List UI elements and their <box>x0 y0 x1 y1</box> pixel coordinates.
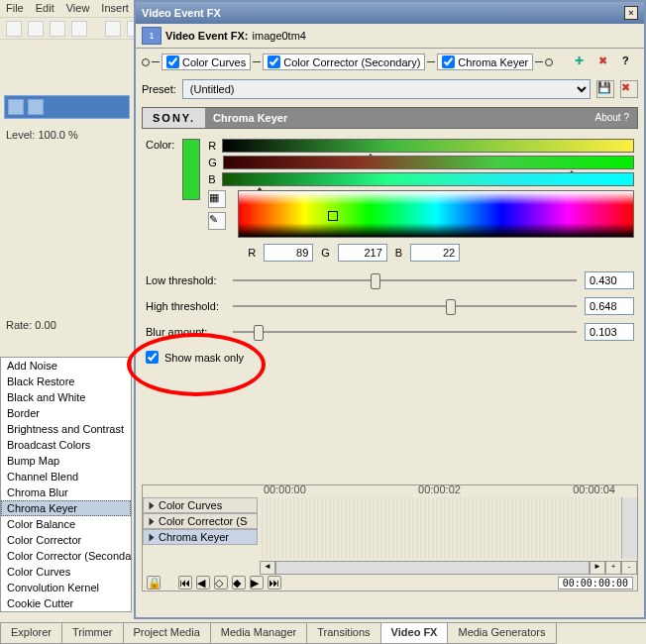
timecode[interactable]: 00:00:00:00 <box>558 577 633 590</box>
menu-edit[interactable]: Edit <box>36 2 54 15</box>
fx-list-item[interactable]: Convolution Kernel <box>1 580 131 595</box>
chain-enable-check[interactable] <box>166 55 179 68</box>
r-slider[interactable] <box>222 139 634 153</box>
save-icon[interactable] <box>50 21 65 37</box>
clip-index[interactable]: 1 <box>142 27 162 45</box>
g-slider[interactable] <box>223 156 634 169</box>
menu-file[interactable]: File <box>6 2 24 15</box>
tab-media-manager[interactable]: Media Manager <box>210 623 307 644</box>
fx-list-item[interactable]: Black Restore <box>1 374 131 389</box>
fx-list-item[interactable]: Color Corrector (Secondary) <box>1 548 131 564</box>
low-slider[interactable] <box>233 271 577 289</box>
zoom-out-icon[interactable]: - <box>621 561 637 575</box>
fx-list-item[interactable]: Broadcast Colors <box>1 437 131 453</box>
fx-list[interactable]: Add NoiseBlack RestoreBlack and WhiteBor… <box>0 357 132 612</box>
show-mask-check[interactable] <box>146 351 159 364</box>
color-grid-icon[interactable]: ▦ <box>208 190 226 208</box>
scroll-left-icon[interactable]: ◄ <box>260 561 275 575</box>
chain-item[interactable]: Color Corrector (Secondary) <box>263 54 425 70</box>
first-key-icon[interactable]: ⏮ <box>178 576 192 590</box>
about-link[interactable]: About ? <box>595 112 629 124</box>
eyedropper-icon[interactable]: ✎ <box>208 212 226 230</box>
chain-enable-check[interactable] <box>268 55 280 68</box>
fx-list-item[interactable]: Chroma Keyer <box>1 500 131 516</box>
track-list: Color Curves Color Corrector (Secondary)… <box>143 497 258 545</box>
fx-list-item[interactable]: Bump Map <box>1 453 131 469</box>
lock-icon[interactable]: 🔒 <box>147 576 161 590</box>
next-key-icon[interactable]: ▶ <box>250 576 264 590</box>
expand-icon[interactable] <box>150 533 155 541</box>
g-input[interactable] <box>338 244 387 262</box>
expand-icon[interactable] <box>150 501 155 509</box>
preset-row: Preset: (Untitled) 💾 ✖ <box>136 75 644 103</box>
scroll-track[interactable] <box>275 561 590 575</box>
keyframe-area[interactable] <box>260 497 619 559</box>
del-key-icon[interactable]: ◆ <box>232 576 246 590</box>
delete-preset-icon[interactable]: ✖ <box>620 80 638 98</box>
fx-list-item[interactable]: Color Curves <box>1 564 131 580</box>
vscroll[interactable] <box>621 497 637 559</box>
track-label: Color Curves <box>159 499 222 511</box>
preset-select[interactable]: (Untitled) <box>182 79 591 99</box>
fx-list-item[interactable]: Color Corrector <box>1 532 131 548</box>
low-threshold-row: Low threshold: <box>136 268 644 293</box>
help-icon[interactable]: ? <box>622 54 638 70</box>
blur-input[interactable] <box>585 323 634 341</box>
high-input[interactable] <box>585 297 634 315</box>
color-swatch[interactable] <box>182 139 200 200</box>
chain-item[interactable]: Color Curves <box>162 54 251 70</box>
time-ruler: 00:00:00 00:00:02 00:00:04 <box>260 483 619 497</box>
scroll-right-icon[interactable]: ► <box>590 561 605 575</box>
thumb-btn[interactable] <box>8 99 24 115</box>
add-key-icon[interactable]: ◇ <box>214 576 228 590</box>
fx-list-item[interactable]: Cookie Cutter <box>1 595 131 611</box>
spectrum-picker[interactable] <box>238 190 634 238</box>
doc-icon[interactable] <box>71 21 87 37</box>
b-input[interactable] <box>410 244 460 262</box>
fx-list-item[interactable]: Chroma Blur <box>1 484 131 500</box>
track-label: Color Corrector (Secondary) <box>159 515 248 527</box>
chain-enable-check[interactable] <box>442 55 455 68</box>
tab-transitions[interactable]: Transitions <box>306 623 380 644</box>
color-section: Color: R G B ▦ ✎ <box>136 133 644 268</box>
add-fx-icon[interactable]: ✚ <box>575 54 591 70</box>
cut-icon[interactable] <box>105 21 121 37</box>
fx-list-item[interactable]: Channel Blend <box>1 469 131 484</box>
chain-item[interactable]: Chroma Keyer <box>437 54 533 70</box>
track[interactable]: Chroma Keyer <box>143 529 258 545</box>
open-icon[interactable] <box>28 21 44 37</box>
low-input[interactable] <box>585 271 634 289</box>
fx-list-item[interactable]: Black and White <box>1 389 131 405</box>
zoom-in-icon[interactable]: + <box>605 561 621 575</box>
close-icon[interactable]: × <box>624 6 638 20</box>
hscroll[interactable]: ◄ ► + - <box>260 561 637 575</box>
tab-video-fx[interactable]: Video FX <box>380 623 449 644</box>
high-slider[interactable] <box>233 297 577 315</box>
save-preset-icon[interactable]: 💾 <box>596 80 614 98</box>
fx-list-item[interactable]: Brightness and Contrast <box>1 421 131 437</box>
prev-key-icon[interactable]: ◀ <box>196 576 210 590</box>
menu-insert[interactable]: Insert <box>101 2 129 15</box>
video-event-fx-dialog: Video Event FX × 1 Video Event FX: image… <box>134 0 646 619</box>
b-slider[interactable] <box>222 172 634 186</box>
fx-list-item[interactable]: Border <box>1 405 131 421</box>
last-key-icon[interactable]: ⏭ <box>268 576 281 590</box>
track[interactable]: Color Corrector (Secondary) <box>143 513 258 529</box>
new-icon[interactable] <box>6 21 22 37</box>
fx-list-item[interactable]: Color Balance <box>1 516 131 532</box>
tab-explorer[interactable]: Explorer <box>0 623 62 644</box>
tab-trimmer[interactable]: Trimmer <box>61 623 124 644</box>
tab-media-generators[interactable]: Media Generators <box>447 623 556 644</box>
track[interactable]: Color Curves <box>143 497 258 513</box>
blur-slider[interactable] <box>233 323 577 341</box>
r-input[interactable] <box>264 244 313 262</box>
color-label: Color: <box>146 139 174 262</box>
expand-icon[interactable] <box>150 517 155 525</box>
tab-project-media[interactable]: Project Media <box>123 623 211 644</box>
title-bar[interactable]: Video Event FX × <box>136 2 644 24</box>
remove-fx-icon[interactable]: ✖ <box>598 54 614 70</box>
thumb-btn[interactable] <box>28 99 44 115</box>
menu-view[interactable]: View <box>66 2 90 15</box>
fx-list-item[interactable]: Add Noise <box>1 358 131 374</box>
picker-cross[interactable] <box>328 211 338 221</box>
